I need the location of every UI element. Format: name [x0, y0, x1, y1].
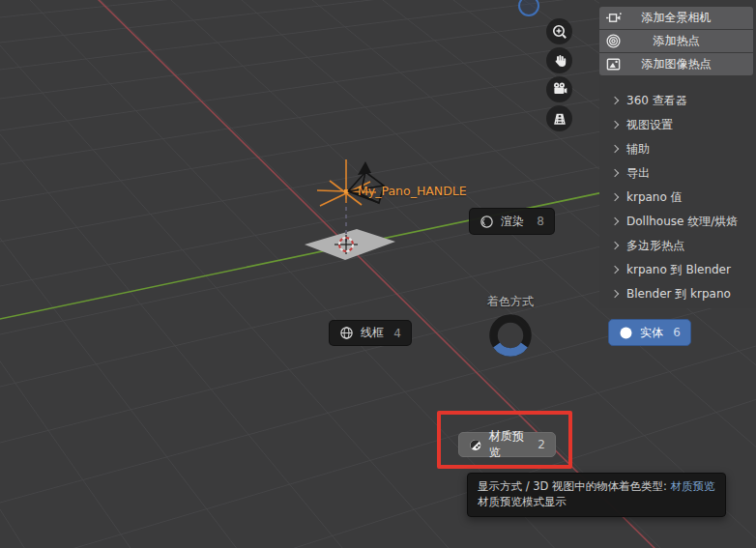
section-label: krpano 值 [626, 189, 683, 206]
pan-hand-icon [551, 52, 568, 70]
section-label: Dollhouse 纹理/烘焙 [626, 214, 738, 230]
section-360-viewer[interactable]: 360 查看器 [599, 90, 754, 111]
sidebar-add-buttons: 添加全景相机 添加热点 添加图像热点 [599, 7, 753, 76]
pie-option-shortcut: 6 [673, 326, 681, 339]
zoom-button[interactable] [546, 18, 572, 44]
pie-option-label: 渲染 [501, 214, 524, 230]
section-krpano-values[interactable]: krpano 值 [599, 187, 754, 208]
add-pano-camera-button[interactable]: 添加全景相机 [599, 7, 753, 29]
tooltip-line1: 显示方式 / 3D 视图中的物体着色类型: 材质预览 [478, 479, 715, 495]
camera-up-triangle [358, 161, 371, 175]
section-krpano-to-blender[interactable]: krpano 到 Blender [599, 259, 754, 280]
nav-gizmo-axis[interactable] [518, 0, 541, 19]
blender-viewport: My_Pano_HANDLE [0, 0, 756, 548]
pie-option-label: 线框 [361, 325, 384, 341]
chevron-right-icon [611, 120, 619, 128]
hotspot-rings-icon [605, 33, 622, 49]
section-label: 辅助 [626, 141, 650, 158]
add-image-hotspot-button[interactable]: 添加图像热点 [599, 53, 753, 75]
pie-direction-arc [497, 345, 525, 352]
solid-sphere-icon [619, 326, 633, 340]
chevron-right-icon [611, 144, 619, 152]
chevron-right-icon [611, 96, 619, 103]
section-blender-to-krpano[interactable]: Blender 到 krpano [599, 283, 754, 304]
zoom-in-icon [551, 23, 568, 41]
section-label: 导出 [626, 165, 650, 182]
pan-button[interactable] [546, 47, 572, 73]
grid-toggle-button[interactable] [546, 105, 572, 131]
add-hotspot-button[interactable]: 添加热点 [599, 30, 753, 52]
section-label: krpano 到 Blender [626, 262, 731, 278]
perspective-grid-icon [551, 110, 568, 128]
chevron-right-icon [611, 216, 619, 224]
pie-option-solid[interactable]: 实体 6 [608, 319, 691, 346]
pie-option-shortcut: 4 [393, 327, 401, 340]
tooltip: 显示方式 / 3D 视图中的物体着色类型: 材质预览 材质预览模式显示 [467, 473, 726, 517]
section-label: 360 查看器 [626, 93, 687, 109]
gizmo-circle-icon [519, 0, 538, 15]
section-view-settings[interactable]: 视图设置 [599, 114, 754, 135]
section-polygon-hotspot[interactable]: 多边形热点 [599, 235, 754, 256]
object-name-label: My_Pano_HANDLE [358, 184, 467, 198]
pie-option-shortcut: 8 [537, 215, 544, 228]
pie-option-wireframe[interactable]: 线框 4 [329, 320, 412, 346]
tooltip-line1-text: 显示方式 / 3D 视图中的物体着色类型: [478, 479, 671, 493]
chevron-right-icon [611, 241, 619, 248]
chevron-right-icon [611, 289, 619, 297]
chevron-right-icon [611, 192, 619, 200]
camera-view-button[interactable] [546, 76, 572, 102]
pie-option-rendered[interactable]: 渲染 8 [469, 208, 555, 235]
section-dollhouse-bake[interactable]: Dollhouse 纹理/烘焙 [599, 211, 754, 232]
add-button-label: 添加全景相机 [642, 10, 712, 26]
add-button-label: 添加热点 [654, 33, 700, 49]
camera-icon [550, 80, 568, 99]
image-icon [605, 56, 622, 72]
rendered-sphere-icon [480, 215, 494, 229]
pie-menu-center [483, 308, 538, 362]
add-button-label: 添加图像热点 [642, 56, 712, 72]
wireframe-sphere-icon [339, 326, 354, 340]
chevron-right-icon [611, 265, 619, 273]
tooltip-line1-value: 材质预览 [671, 479, 715, 493]
section-label: 多边形热点 [626, 238, 684, 254]
chevron-right-icon [611, 168, 619, 176]
section-label: 视图设置 [626, 117, 673, 133]
section-assist[interactable]: 辅助 [599, 138, 754, 159]
tooltip-line2: 材质预览模式显示 [478, 495, 715, 510]
section-export[interactable]: 导出 [599, 162, 754, 184]
pano-camera-icon [605, 10, 622, 26]
annotation-highlight-box [437, 411, 572, 469]
pie-option-label: 实体 [640, 325, 663, 341]
section-label: Blender 到 krpano [626, 286, 731, 303]
